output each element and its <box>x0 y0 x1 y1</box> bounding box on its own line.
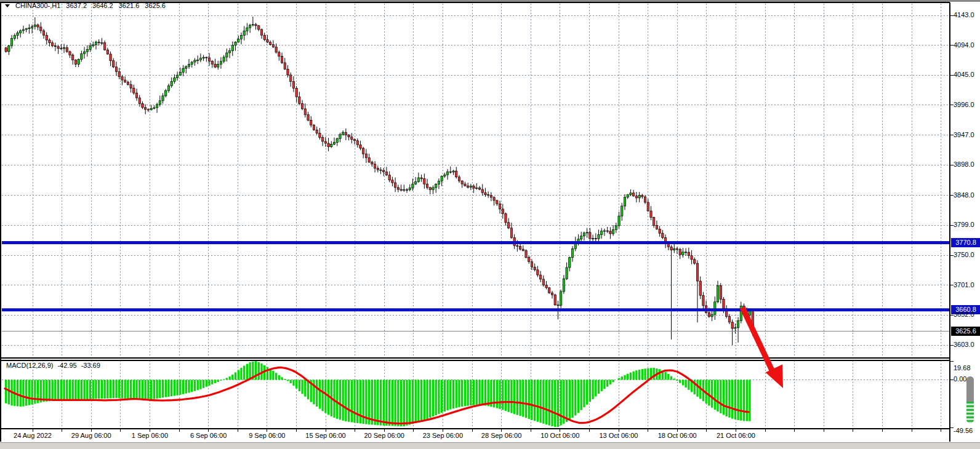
time-tick-label: 21 Oct 06:00 <box>705 432 766 439</box>
quote-high: 3646.2 <box>92 2 113 9</box>
scrollbar-thumb-stripes <box>966 402 974 423</box>
chart-title: CHINA300-,H1 3637.2 3646.2 3621.6 3625.6 <box>5 2 166 9</box>
time-tick-label: 24 Aug 2022 <box>2 432 63 439</box>
price-tick-label: 3652.0 <box>954 311 974 318</box>
price-tick-label: 3799.0 <box>954 221 974 228</box>
macd-histogram <box>5 361 751 427</box>
price-tick-label: 3898.0 <box>954 161 974 168</box>
macd-name: MACD(12,26,9) <box>6 362 53 369</box>
time-tick-label: 15 Sep 06:00 <box>295 432 356 439</box>
candlestick-series <box>5 17 753 345</box>
chart-canvas[interactable] <box>0 0 980 449</box>
quote-close: 3625.6 <box>145 2 166 9</box>
trading-chart-window: CHINA300-,H1 3637.2 3646.2 3621.6 3625.6… <box>0 0 980 449</box>
macd-axis-tick-zero: 0.00 <box>954 375 966 383</box>
price-tick-label: 3603.0 <box>954 341 974 348</box>
macd-value: -42.95 <box>57 362 76 369</box>
quote-low: 3621.6 <box>119 2 140 9</box>
time-tick-label: 6 Sep 06:00 <box>178 432 239 439</box>
macd-axis-tick-high: 19.68 <box>954 364 971 372</box>
resistance-price-tag: 3770.8 <box>951 238 980 247</box>
quote-open: 3637.2 <box>66 2 87 9</box>
scrollbar-thumb-top <box>966 376 974 402</box>
window-bottom-edge <box>0 442 980 449</box>
horizontal-levels[interactable] <box>2 242 950 309</box>
axis-ticks <box>33 15 954 432</box>
time-tick-label: 1 Sep 06:00 <box>119 432 180 439</box>
current-price-tag: 3625.6 <box>951 327 980 336</box>
time-tick-label: 28 Sep 06:00 <box>471 432 532 439</box>
price-tick-label: 3996.0 <box>954 101 974 108</box>
chart-frame <box>0 2 950 442</box>
time-tick-label: 23 Sep 06:00 <box>412 432 473 439</box>
price-tick-label: 3750.0 <box>954 251 974 258</box>
price-tick-label: 3947.0 <box>954 131 974 138</box>
time-tick-label: 29 Aug 06:00 <box>60 432 122 439</box>
price-tick-label: 4045.0 <box>954 71 974 78</box>
time-tick-label: 10 Oct 06:00 <box>529 432 591 439</box>
time-tick-label: 18 Oct 06:00 <box>646 432 708 439</box>
price-tick-label: 4143.0 <box>954 11 974 18</box>
price-tick-label: 4094.0 <box>954 41 974 49</box>
gridlines <box>2 4 950 429</box>
forecast-arrow[interactable] <box>742 308 783 388</box>
macd-signal-value: -33.69 <box>81 362 100 369</box>
price-tick-label: 3848.0 <box>954 191 974 199</box>
macd-axis-tick-low: -49.56 <box>954 427 973 434</box>
macd-scrollbar[interactable] <box>966 376 974 423</box>
price-tick-label: 3701.0 <box>954 281 974 288</box>
time-tick-label: 9 Sep 06:00 <box>236 432 298 439</box>
time-tick-label: 20 Sep 06:00 <box>353 432 415 439</box>
symbol-timeframe-label: CHINA300-,H1 <box>15 2 60 9</box>
time-tick-label: 13 Oct 06:00 <box>588 432 649 439</box>
symbol-dropdown-icon[interactable] <box>5 4 10 7</box>
macd-indicator-label: MACD(12,26,9) -42.95 -33.69 <box>6 362 100 369</box>
